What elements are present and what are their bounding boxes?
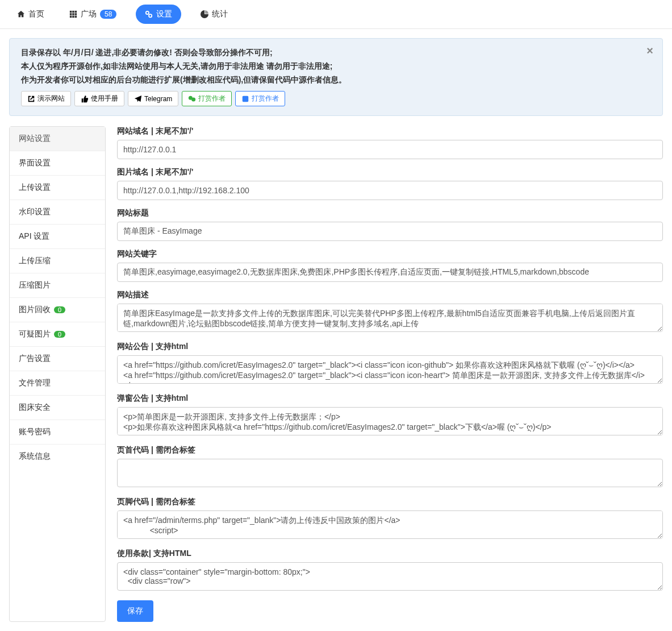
nav-plaza-label: 广场	[81, 9, 97, 19]
alert-button-row: 演示网站 使用手册 Telegram 打赏作者 打赏作者	[21, 91, 651, 106]
svg-rect-1	[72, 11, 74, 13]
popup-textarea[interactable]	[117, 407, 663, 435]
alert-close-button[interactable]: ×	[646, 44, 653, 57]
alert-line1: 目录保存以 年/月/日/ 递进,非必要请勿修改! 否则会导致部分操作不可用;	[21, 48, 651, 58]
demo-site-button[interactable]: 演示网站	[21, 91, 71, 106]
form-content: 网站域名 | 末尾不加'/' 图片域名 | 末尾不加'/' 网站标题 网站关键字…	[117, 126, 663, 622]
save-button[interactable]: 保存	[117, 600, 153, 622]
reward-alipay-button[interactable]: 打赏作者	[235, 91, 285, 106]
settings-sidebar: 网站设置 界面设置 上传设置 水印设置 API 设置 上传压缩 压缩图片 图片回…	[9, 126, 106, 622]
footer-code-textarea[interactable]	[117, 510, 663, 539]
sidebar-item-upload-compress[interactable]: 上传压缩	[10, 249, 105, 273]
nav-settings[interactable]: 设置	[136, 5, 181, 24]
sidebar-item-watermark[interactable]: 水印设置	[10, 200, 105, 225]
terms-textarea[interactable]	[117, 562, 663, 591]
thumbs-up-icon	[81, 95, 89, 103]
svg-point-12	[191, 97, 195, 101]
img-domain-label: 图片域名 | 末尾不加'/'	[117, 167, 663, 177]
sidebar-item-site-settings[interactable]: 网站设置	[10, 127, 105, 151]
sidebar-item-api[interactable]: API 设置	[10, 225, 105, 249]
description-label: 网站描述	[117, 290, 663, 300]
svg-rect-6	[70, 16, 72, 18]
svg-rect-5	[75, 13, 77, 15]
sidebar-item-compress-image[interactable]: 压缩图片	[10, 273, 105, 298]
nav-stats-label: 统计	[212, 9, 228, 19]
svg-point-10	[149, 14, 152, 17]
svg-point-9	[146, 11, 149, 14]
info-alert: × 目录保存以 年/月/日/ 递进,非必要请勿修改! 否则会导致部分操作不可用;…	[9, 38, 663, 116]
announce-textarea[interactable]	[117, 355, 663, 384]
sidebar-item-security[interactable]: 图床安全	[10, 396, 105, 420]
site-domain-input[interactable]	[117, 140, 663, 159]
wechat-icon	[188, 95, 196, 103]
header-code-textarea[interactable]	[117, 459, 663, 487]
nav-home-label: 首页	[28, 9, 44, 19]
suspicious-count-badge: 0	[54, 331, 65, 338]
sidebar-item-suspicious-image[interactable]: 可疑图片0	[10, 322, 105, 347]
footer-code-label: 页脚代码 | 需闭合标签	[117, 497, 663, 507]
telegram-button[interactable]: Telegram	[128, 91, 178, 106]
sidebar-item-account[interactable]: 账号密码	[10, 420, 105, 445]
sidebar-item-file-manage[interactable]: 文件管理	[10, 371, 105, 396]
site-domain-label: 网站域名 | 末尾不加'/'	[117, 126, 663, 136]
svg-rect-7	[72, 16, 74, 18]
keywords-label: 网站关键字	[117, 249, 663, 259]
plane-icon	[134, 95, 142, 103]
svg-rect-13	[243, 96, 249, 102]
sidebar-item-system-info[interactable]: 系统信息	[10, 445, 105, 468]
alipay-icon	[241, 95, 249, 103]
svg-rect-3	[70, 13, 72, 15]
external-link-icon	[27, 95, 35, 103]
plaza-count-badge: 58	[100, 10, 116, 19]
header-code-label: 页首代码 | 需闭合标签	[117, 445, 663, 455]
grid-icon	[69, 10, 77, 18]
reward-wechat-button[interactable]: 打赏作者	[182, 91, 232, 106]
manual-button[interactable]: 使用手册	[74, 91, 124, 106]
svg-rect-2	[75, 11, 77, 13]
terms-label: 使用条款| 支持HTML	[117, 549, 663, 559]
recycle-count-badge: 0	[54, 306, 65, 313]
img-domain-input[interactable]	[117, 181, 663, 200]
svg-rect-8	[75, 16, 77, 18]
popup-label: 弹窗公告 | 支持html	[117, 393, 663, 404]
keywords-input[interactable]	[117, 263, 663, 282]
nav-home[interactable]: 首页	[11, 6, 50, 23]
top-navbar: 首页 广场 58 设置 统计	[0, 0, 672, 29]
nav-stats[interactable]: 统计	[195, 6, 233, 23]
sidebar-item-ad-settings[interactable]: 广告设置	[10, 347, 105, 371]
cogs-icon	[145, 10, 153, 18]
announce-label: 网站公告 | 支持html	[117, 342, 663, 352]
site-title-input[interactable]	[117, 222, 663, 241]
alert-line3: 作为开发者你可以对相应的后台功能进行扩展(增删改相应代码),但请保留代码中源作者…	[21, 75, 651, 85]
nav-plaza[interactable]: 广场 58	[64, 6, 122, 23]
description-textarea[interactable]	[117, 304, 663, 332]
sidebar-item-ui-settings[interactable]: 界面设置	[10, 151, 105, 176]
alert-line2: 本人仅为程序开源创作,如非法网站使用与本人无关,请勿用于非法用途 请勿用于非法用…	[21, 61, 651, 72]
sidebar-item-image-recycle[interactable]: 图片回收0	[10, 298, 105, 322]
svg-rect-0	[70, 11, 72, 13]
pie-chart-icon	[201, 10, 208, 18]
sidebar-item-upload-settings[interactable]: 上传设置	[10, 176, 105, 200]
site-title-label: 网站标题	[117, 208, 663, 218]
svg-rect-4	[72, 13, 74, 15]
nav-settings-label: 设置	[156, 9, 172, 19]
home-icon	[17, 10, 25, 18]
